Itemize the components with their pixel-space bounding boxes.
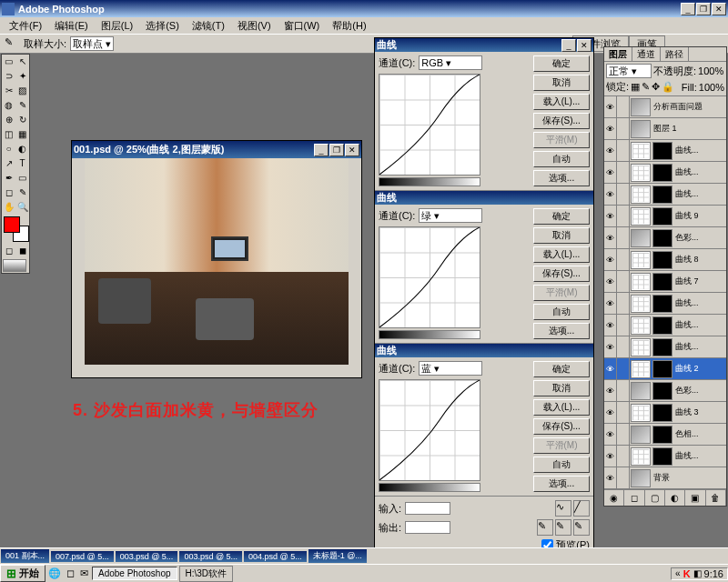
- curve-grid[interactable]: [379, 379, 480, 481]
- layer-row[interactable]: 👁曲线 7: [604, 271, 726, 293]
- layer-new-button[interactable]: ▣: [685, 490, 705, 506]
- layer-row[interactable]: 👁曲线...: [604, 315, 726, 336]
- layer-row[interactable]: 👁图层 1: [604, 118, 726, 140]
- notes-tool[interactable]: ◻: [2, 186, 15, 200]
- visibility-icon[interactable]: 👁: [604, 467, 617, 488]
- taskbar-app[interactable]: H:\3D软件: [179, 566, 234, 582]
- layer-name[interactable]: 背景: [652, 472, 726, 484]
- layer-set-button[interactable]: ▢: [645, 490, 665, 506]
- link-icon[interactable]: [617, 336, 630, 357]
- quickmask-on[interactable]: ◼: [15, 244, 29, 258]
- link-icon[interactable]: [617, 227, 630, 248]
- lock-all-icon[interactable]: 🔒: [662, 81, 674, 93]
- visibility-icon[interactable]: 👁: [604, 118, 617, 139]
- marquee-tool[interactable]: ▭: [2, 55, 15, 69]
- canvas[interactable]: [85, 158, 349, 365]
- layer-row[interactable]: 👁曲线...: [604, 336, 726, 358]
- link-icon[interactable]: [617, 271, 630, 292]
- link-icon[interactable]: [617, 467, 630, 488]
- layer-name[interactable]: 曲线...: [673, 145, 726, 156]
- type-tool[interactable]: T: [15, 156, 29, 171]
- layer-name[interactable]: 曲线...: [673, 188, 726, 200]
- link-icon[interactable]: [617, 140, 630, 161]
- layer-row[interactable]: 👁曲线...: [604, 162, 726, 184]
- ok-button[interactable]: 确定: [533, 361, 590, 377]
- lasso-tool[interactable]: ⊃: [2, 69, 15, 84]
- menu-window[interactable]: 窗口(W): [278, 18, 326, 34]
- docbar-item[interactable]: 未标题-1 @...: [308, 549, 367, 563]
- channel-combo[interactable]: 绿: [419, 208, 482, 223]
- opacity-value[interactable]: 100%: [698, 65, 723, 76]
- visibility-icon[interactable]: 👁: [604, 293, 617, 314]
- quicklaunch-oe-icon[interactable]: ✉: [77, 567, 91, 579]
- visibility-icon[interactable]: 👁: [604, 96, 617, 117]
- shape-tool[interactable]: ▭: [15, 171, 29, 186]
- color-picker[interactable]: [4, 216, 29, 242]
- link-icon[interactable]: [617, 249, 630, 270]
- healing-tool[interactable]: ◍: [2, 98, 15, 113]
- tab-layers[interactable]: 图层: [604, 47, 632, 61]
- visibility-icon[interactable]: 👁: [604, 249, 617, 270]
- visibility-icon[interactable]: 👁: [604, 336, 617, 357]
- curve-output-field[interactable]: [405, 521, 450, 534]
- layer-name[interactable]: 曲线...: [673, 341, 726, 353]
- start-button[interactable]: 开始: [0, 565, 46, 582]
- link-icon[interactable]: [617, 96, 630, 117]
- fg-color[interactable]: [4, 216, 20, 233]
- visibility-icon[interactable]: 👁: [604, 380, 617, 401]
- minimize-button[interactable]: _: [681, 3, 695, 15]
- layer-row[interactable]: 👁曲线...: [604, 446, 726, 467]
- layer-row[interactable]: 👁背景: [604, 467, 726, 489]
- layer-name[interactable]: 色彩...: [673, 385, 726, 396]
- docbar-item[interactable]: 004.psd @ 5...: [244, 551, 307, 562]
- layer-name[interactable]: 分析画面问题: [652, 101, 726, 113]
- layer-row[interactable]: 👁曲线...: [604, 293, 726, 315]
- restore-button[interactable]: ❐: [696, 3, 711, 15]
- visibility-icon[interactable]: 👁: [604, 315, 617, 336]
- visibility-icon[interactable]: 👁: [604, 140, 617, 161]
- cancel-button[interactable]: 取消: [533, 75, 590, 91]
- curve-grid[interactable]: [379, 226, 480, 328]
- eyedropper-icon[interactable]: ✎: [4, 35, 20, 52]
- wand-tool[interactable]: ✦: [15, 69, 29, 84]
- load-button[interactable]: 载入(L)...: [533, 246, 590, 263]
- screen-modes[interactable]: [3, 259, 26, 272]
- layer-name[interactable]: 曲线 3: [673, 406, 726, 418]
- curve-input-field[interactable]: [405, 502, 450, 515]
- quickmask-off[interactable]: ◻: [2, 244, 15, 258]
- blend-mode-combo[interactable]: 正常: [606, 64, 652, 78]
- link-icon[interactable]: [617, 380, 630, 401]
- channel-combo[interactable]: RGB: [419, 55, 482, 70]
- move-tool[interactable]: ↖: [15, 55, 29, 69]
- eyedropper-black-icon[interactable]: ✎: [537, 519, 553, 536]
- visibility-icon[interactable]: 👁: [604, 358, 617, 379]
- link-icon[interactable]: [617, 184, 630, 205]
- zoom-tool[interactable]: 🔍: [15, 200, 29, 215]
- layer-name[interactable]: 曲线 8: [673, 254, 726, 266]
- visibility-icon[interactable]: 👁: [604, 271, 617, 292]
- visibility-icon[interactable]: 👁: [604, 402, 617, 423]
- quicklaunch-ie-icon[interactable]: 🌐: [46, 567, 64, 579]
- link-icon[interactable]: [617, 206, 630, 226]
- menu-help[interactable]: 帮助(H): [327, 18, 371, 34]
- smooth-button[interactable]: 平滑(M): [533, 285, 590, 301]
- auto-button[interactable]: 自动: [533, 304, 590, 320]
- sample-size-combo[interactable]: 取样点: [70, 36, 114, 51]
- ok-button[interactable]: 确定: [533, 55, 590, 72]
- gradient-tool[interactable]: ▦: [15, 127, 29, 142]
- auto-button[interactable]: 自动: [533, 457, 590, 473]
- layer-row[interactable]: 👁色相...: [604, 424, 726, 446]
- visibility-icon[interactable]: 👁: [604, 424, 617, 445]
- options-button[interactable]: 选项...: [533, 323, 590, 339]
- link-icon[interactable]: [617, 424, 630, 445]
- layer-name[interactable]: 曲线...: [673, 450, 726, 462]
- hand-tool[interactable]: ✋: [2, 200, 15, 215]
- tab-channels[interactable]: 通道: [632, 47, 661, 61]
- crop-tool[interactable]: ✂: [2, 84, 15, 98]
- layer-row[interactable]: 👁曲线 8: [604, 249, 726, 271]
- layer-name[interactable]: 色彩...: [673, 232, 726, 244]
- curve-pencil-icon[interactable]: ∿: [555, 500, 571, 517]
- layer-name[interactable]: 曲线...: [673, 166, 726, 178]
- auto-button[interactable]: 自动: [533, 151, 590, 167]
- layer-name[interactable]: 曲线 9: [673, 210, 726, 222]
